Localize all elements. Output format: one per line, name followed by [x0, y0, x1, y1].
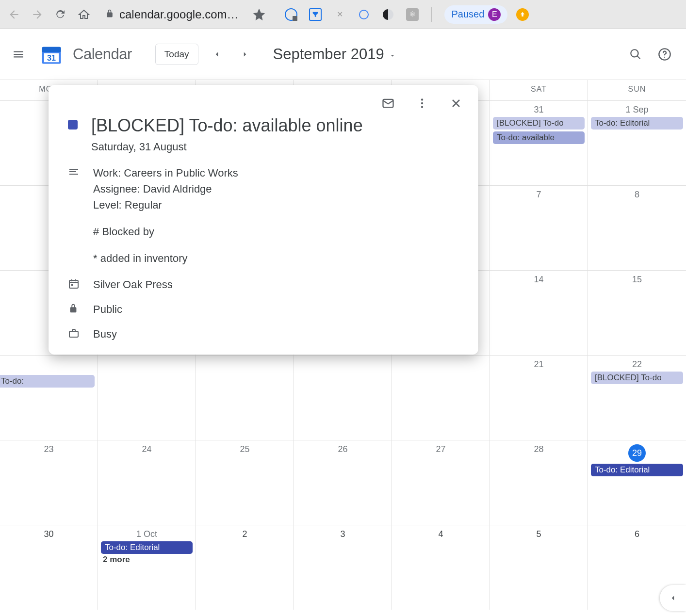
day-cell[interactable]: 23 [0, 440, 98, 525]
update-icon[interactable] [516, 8, 529, 21]
day-cell[interactable]: 5 [490, 525, 588, 610]
svg-point-9 [421, 102, 423, 104]
svg-text:31: 31 [47, 53, 56, 62]
range-label: September 2019 [273, 46, 384, 63]
day-cell[interactable]: 25 [196, 440, 294, 525]
svg-rect-2 [42, 47, 61, 52]
close-icon[interactable] [447, 95, 465, 112]
calendar-icon [68, 278, 80, 292]
svg-point-6 [664, 57, 665, 58]
day-cell[interactable]: 14 [490, 270, 588, 355]
day-cell[interactable]: 27 [392, 440, 490, 525]
more-options-icon[interactable] [413, 95, 431, 112]
description-icon [68, 166, 80, 266]
home-icon[interactable] [77, 7, 91, 22]
toolbar-separator [431, 7, 432, 22]
availability-value: Busy [93, 328, 117, 340]
ext-icon-3[interactable]: ✕ [333, 8, 346, 21]
visibility-value: Public [93, 303, 122, 316]
day-cell[interactable] [294, 355, 392, 440]
day-number: 27 [392, 444, 490, 454]
event-description: Work: Careers in Public Works Assignee: … [93, 165, 238, 266]
day-number: 25 [196, 444, 294, 454]
day-number: 23 [0, 444, 98, 454]
day-number-today: 29 [628, 444, 646, 462]
ext-icon-1[interactable] [285, 8, 297, 21]
lock-icon [68, 303, 80, 316]
day-cell[interactable]: 2 [196, 525, 294, 610]
event-popover: [BLOCKED] To-do: available online Saturd… [49, 85, 478, 355]
nav-back-icon[interactable] [7, 7, 21, 22]
nav-fwd-icon[interactable] [30, 7, 45, 22]
address-bar[interactable]: calendar.google.com… [105, 8, 238, 21]
day-number: 7 [490, 190, 588, 200]
more-events[interactable]: 2 more [103, 555, 193, 565]
chevron-down-icon [389, 46, 396, 63]
calendar-logo-icon: 31 [39, 42, 64, 67]
day-number: 22 [588, 359, 686, 370]
day-number: 1 Sep [588, 105, 686, 115]
profile-paused[interactable]: Paused E [444, 5, 507, 24]
event-color-swatch [68, 120, 78, 130]
menu-icon[interactable] [7, 43, 30, 66]
today-button[interactable]: Today [155, 44, 198, 65]
day-cell[interactable]: 4 [392, 525, 490, 610]
event-chip[interactable]: To-do: Editorial [591, 117, 683, 130]
day-cell[interactable]: 30 [0, 525, 98, 610]
day-number: 14 [490, 275, 588, 285]
day-cell[interactable]: 29 To-do: Editorial [588, 440, 686, 525]
day-cell[interactable] [98, 355, 196, 440]
day-number: 21 [490, 359, 588, 370]
svg-point-8 [421, 98, 423, 100]
day-cell[interactable]: 1 Sep To-do: Editorial [588, 100, 686, 185]
next-period-icon[interactable] [235, 45, 255, 64]
date-range[interactable]: September 2019 [273, 46, 396, 63]
star-icon[interactable] [252, 7, 266, 22]
day-number: 5 [490, 529, 588, 539]
day-cell[interactable] [392, 355, 490, 440]
reload-icon[interactable] [53, 7, 68, 22]
day-cell[interactable]: To-do: [0, 355, 98, 440]
day-cell[interactable]: 1 Oct To-do: Editorial 2 more [98, 525, 196, 610]
day-cell[interactable] [196, 355, 294, 440]
day-cell[interactable]: 7 [490, 185, 588, 270]
help-icon[interactable] [657, 47, 672, 62]
svg-rect-12 [71, 284, 73, 286]
day-cell[interactable]: 22 [BLOCKED] To-do [588, 355, 686, 440]
event-chip[interactable]: To-do: Editorial [591, 464, 683, 476]
event-chip[interactable]: To-do: Editorial [101, 541, 193, 554]
ext-icon-6[interactable]: ⚛ [406, 8, 419, 21]
calendar-name: Silver Oak Press [93, 278, 173, 291]
search-icon[interactable] [628, 47, 643, 62]
day-cell[interactable]: 31 [BLOCKED] To-do To-do: available [490, 100, 588, 185]
prev-period-icon[interactable] [207, 45, 227, 64]
day-number: 24 [98, 444, 196, 454]
event-chip[interactable]: [BLOCKED] To-do [493, 117, 585, 130]
event-chip[interactable]: [BLOCKED] To-do [591, 372, 683, 384]
svg-point-10 [421, 106, 423, 108]
day-number: 31 [490, 105, 588, 115]
day-cell[interactable]: 15 [588, 270, 686, 355]
day-number: 8 [588, 190, 686, 200]
event-chip[interactable]: To-do: [0, 375, 95, 388]
lock-icon [105, 9, 114, 20]
email-icon[interactable] [379, 95, 397, 112]
day-cell[interactable]: 26 [294, 440, 392, 525]
ext-icon-5[interactable] [382, 8, 394, 21]
day-cell[interactable]: 3 [294, 525, 392, 610]
day-cell[interactable]: 21 [490, 355, 588, 440]
ext-icon-4[interactable] [358, 8, 370, 21]
day-cell[interactable]: 28 [490, 440, 588, 525]
side-panel-toggle-icon[interactable] [660, 585, 686, 611]
weekday-cell: SAT [490, 80, 588, 100]
paused-label: Paused [451, 9, 484, 20]
day-number: 2 [196, 529, 294, 539]
event-chip[interactable]: To-do: available [493, 131, 585, 144]
day-cell[interactable]: 8 [588, 185, 686, 270]
ext-icon-2[interactable] [309, 8, 322, 21]
desc-line: Assignee: David Aldridge [93, 181, 238, 197]
calendar-header: 31 Calendar Today September 2019 [0, 29, 686, 80]
desc-line: Level: Regular [93, 197, 238, 213]
day-cell[interactable]: 24 [98, 440, 196, 525]
svg-rect-13 [69, 331, 78, 337]
